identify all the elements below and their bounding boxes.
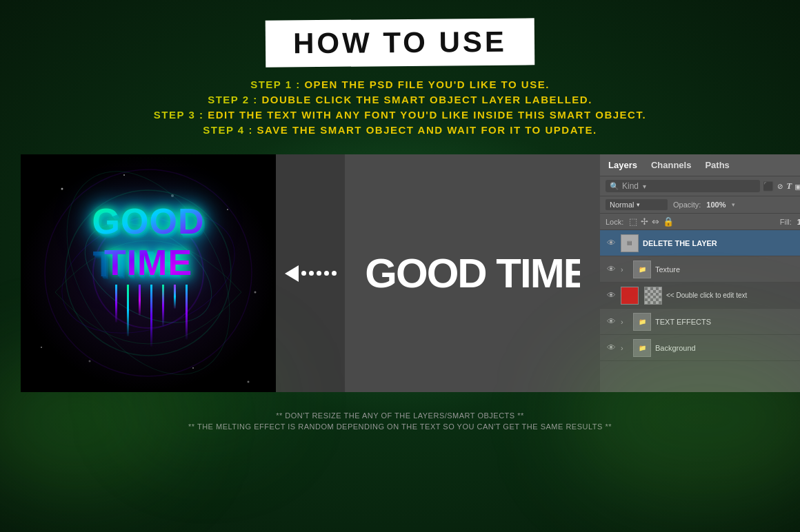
layer-name-texture: Texture: [655, 265, 800, 274]
step-3-value: EDIT THE TEXT WITH ANY FONT YOU'D LIKE I…: [208, 109, 646, 121]
main-container: HOW TO USE STEP 1 : OPEN THE PSD FILE YO…: [0, 0, 800, 532]
thumb-content-delete: ▤: [627, 240, 632, 246]
tab-layers[interactable]: Layers: [606, 158, 640, 172]
neon-3d-text: GOODTIME GOODTIME GOODTIME GOODTIME: [92, 201, 205, 283]
opacity-label: Opacity:: [673, 201, 701, 209]
expand-icon-texteffects[interactable]: ›: [621, 318, 629, 326]
step-4-value: SAVE THE SMART OBJECT AND WAIT FOR IT TO…: [257, 124, 597, 136]
lock-position-icon[interactable]: ✢: [641, 216, 648, 227]
footer-section: ** DON'T RESIZE THE ANY OF THE LAYERS/SM…: [188, 411, 612, 433]
dash-dot-2: [309, 271, 314, 276]
eye-icon-smartobj[interactable]: 👁: [606, 290, 617, 300]
step-4-line: STEP 4 : SAVE THE SMART OBJECT AND WAIT …: [154, 124, 646, 136]
layer-row-texture[interactable]: 👁 › 📁 Texture: [600, 256, 800, 283]
layer-name-texteffects: TEXT EFFECTS: [655, 318, 800, 326]
opacity-chevron[interactable]: ▾: [732, 201, 735, 208]
smart-obj-text: GOOD T I M E: [365, 252, 579, 295]
drip-container: [92, 285, 205, 347]
filter-icons: ⬛ ⊘ T ▣ 🔒: [763, 181, 800, 192]
step-1-label: STEP 1 :: [250, 79, 301, 90]
drip-6: [174, 285, 176, 309]
shape-filter-icon[interactable]: ▣: [795, 181, 800, 192]
layer-row-delete[interactable]: 👁 ▤ DELETE THE LAYER: [600, 230, 800, 256]
tab-channels[interactable]: Channels: [648, 158, 694, 172]
main-title: HOW TO USE: [293, 25, 507, 60]
dash-dot-4: [324, 271, 329, 276]
blend-toolbar: Normal ▾ Opacity: 100% ▾: [600, 196, 800, 214]
eye-icon-background[interactable]: 👁: [606, 342, 617, 353]
layer-thumb-texture: 📁: [633, 260, 651, 278]
type-filter-icon[interactable]: T: [786, 181, 792, 192]
drip-7: [186, 285, 188, 340]
adjustment-filter-icon[interactable]: ⊘: [777, 181, 783, 192]
lock-artboard-icon[interactable]: ⇔: [652, 216, 659, 227]
lock-label: Lock:: [606, 218, 623, 226]
step-1-value: OPEN THE PSD FILE YOU'D LIKE TO USE.: [304, 79, 549, 90]
tab-paths[interactable]: Paths: [702, 158, 732, 172]
drip-5: [162, 285, 164, 326]
layer-row-background[interactable]: 👁 › 📁 Background: [600, 335, 800, 361]
i-letter: I: [520, 252, 530, 295]
svg-point-8: [254, 291, 257, 294]
footer-line-2: ** THE MELTING EFFECT IS RANDOM DEPENDIN…: [188, 422, 612, 431]
step-1-line: STEP 1 : OPEN THE PSD FILE YOU'D LIKE TO…: [154, 79, 646, 90]
layer-row-texteffects[interactable]: 👁 › 📁 TEXT EFFECTS: [600, 309, 800, 335]
lock-all-icon[interactable]: 🔒: [663, 216, 674, 227]
step-2-label: STEP 2 :: [208, 94, 258, 105]
svg-point-13: [123, 174, 125, 176]
opacity-value: 100%: [706, 201, 726, 209]
dash-dot-1: [301, 271, 306, 276]
good-letters: GOOD: [365, 252, 496, 295]
kind-search-box[interactable]: 🔍 Kind ▾: [606, 180, 760, 192]
blend-mode-dropdown[interactable]: Normal ▾: [606, 199, 668, 210]
footer-line-1: ** DON'T RESIZE THE ANY OF THE LAYERS/SM…: [188, 411, 612, 420]
search-icon: 🔍: [610, 182, 619, 191]
arrow-indicator: [285, 265, 337, 282]
kind-chevron: ▾: [643, 183, 646, 190]
t-letter: T: [496, 252, 520, 295]
neon-main-text: GOODTIME: [92, 201, 205, 283]
drip-1: [115, 285, 117, 323]
m-letter: M: [530, 252, 563, 295]
eye-icon-delete[interactable]: 👁: [606, 238, 617, 248]
step-3-label: STEP 3 :: [154, 109, 204, 121]
step-4-label: STEP 4 :: [203, 124, 253, 136]
svg-point-14: [171, 194, 174, 197]
lock-toolbar: Lock: ⬚ ✢ ⇔ 🔒 Fill: 100% ▾: [600, 214, 800, 230]
fill-label: Fill:: [780, 218, 792, 226]
smart-object-panel: GOOD T I M E: [345, 154, 600, 392]
layers-header: Layers Channels Paths ☰: [600, 154, 800, 176]
blend-chevron: ▾: [637, 201, 640, 208]
step-2-value: DOUBLE CLICK THE SMART OBJECT LAYER LABE…: [261, 94, 592, 105]
title-section: HOW TO USE: [266, 19, 534, 66]
arrow-head: [285, 265, 299, 282]
preview-panel: GOODTIME GOODTIME GOODTIME GOODTIME: [21, 154, 276, 392]
dash-dot-5: [332, 271, 337, 276]
svg-point-7: [227, 209, 228, 210]
e-letter: E: [563, 252, 580, 295]
folder-icon-background: 📁: [639, 345, 646, 351]
eye-icon-texture[interactable]: 👁: [606, 264, 617, 274]
lock-pixel-icon[interactable]: ⬚: [629, 216, 637, 227]
kind-label: Kind: [622, 181, 639, 191]
step-3-line: STEP 3 : EDIT THE TEXT WITH ANY FONT YOU…: [154, 109, 646, 121]
eye-icon-texteffects[interactable]: 👁: [606, 316, 617, 327]
svg-point-12: [248, 381, 250, 383]
layer-thumb-delete: ▤: [621, 234, 639, 252]
preview-inner: GOODTIME GOODTIME GOODTIME GOODTIME: [21, 154, 276, 392]
svg-point-11: [192, 367, 194, 369]
svg-point-10: [89, 360, 91, 362]
svg-point-6: [61, 188, 63, 190]
layer-name-background: Background: [655, 344, 800, 352]
lock-icons: ⬚ ✢ ⇔ 🔒: [629, 216, 674, 227]
layer-row-smartobj[interactable]: 👁 << Double click to edit text: [600, 283, 800, 309]
layer-thumb-background: 📁: [633, 339, 651, 357]
smart-obj-display: GOOD T I M E: [365, 252, 579, 295]
layer-thumb-texteffects: 📁: [633, 313, 651, 331]
expand-icon-background[interactable]: ›: [621, 344, 629, 352]
expand-icon-texture[interactable]: ›: [621, 265, 629, 274]
drip-3: [139, 285, 141, 316]
neon-text-wrapper: GOODTIME GOODTIME GOODTIME GOODTIME: [92, 201, 205, 347]
pixel-filter-icon[interactable]: ⬛: [763, 181, 774, 192]
time-letters: T I M E: [496, 252, 579, 295]
